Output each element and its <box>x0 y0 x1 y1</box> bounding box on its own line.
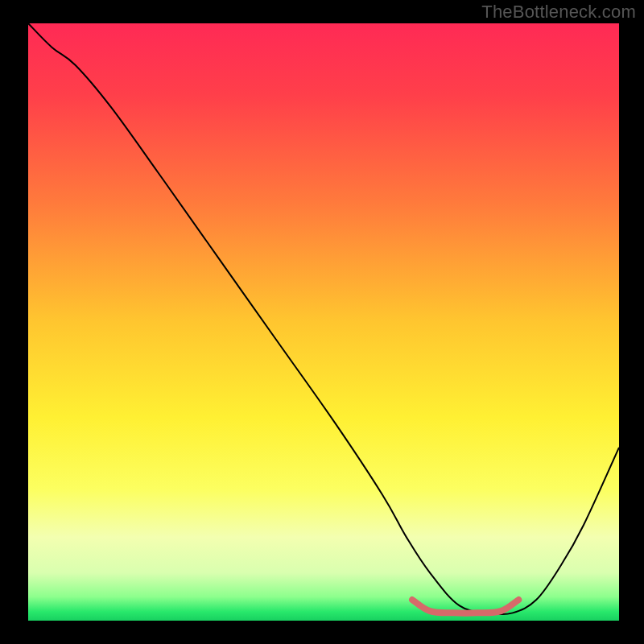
plot-background <box>28 23 619 621</box>
watermark-text: TheBottleneck.com <box>481 2 636 23</box>
bottleneck-chart <box>0 0 644 644</box>
chart-frame: TheBottleneck.com <box>0 0 644 644</box>
